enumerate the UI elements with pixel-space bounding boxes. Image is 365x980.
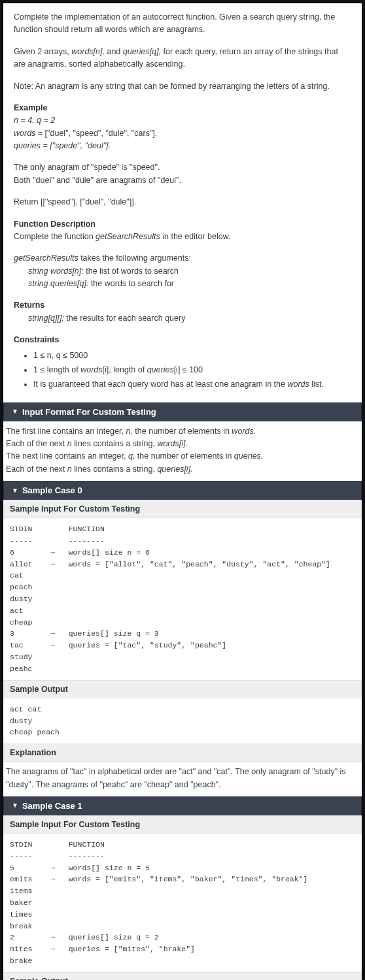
sample-case-1-header[interactable]: ▼ Sample Case 1 <box>3 796 362 815</box>
text: Each of the next <box>6 439 67 448</box>
text: lines contains a string, <box>72 465 158 474</box>
intro-paragraph-2: Given 2 arrays, words[n], and queries[q]… <box>14 46 351 71</box>
text: Complete the function <box>14 232 96 241</box>
text: [i] ≤ 100 <box>174 365 203 374</box>
text: [i], length of <box>103 365 147 374</box>
constraint-item: 1 ≤ length of words[i], length of querie… <box>33 364 351 376</box>
text: words. <box>232 427 256 436</box>
text: string[q][]: <box>28 314 64 323</box>
returns-line: string[q][]: the results for each search… <box>14 312 351 325</box>
sample-output-heading: Sample Output <box>3 680 362 698</box>
example-p3: Return [["speed"], ["duel", "dule"]]. <box>14 196 351 208</box>
text: Given 2 arrays, <box>14 47 71 56</box>
text: The first line contains an integer, <box>6 427 126 436</box>
text: queries[i]. <box>157 465 192 474</box>
intro-paragraph-1: Complete the implementation of an autoco… <box>14 11 351 37</box>
chevron-down-icon: ▼ <box>12 408 18 415</box>
constraint-item: It is guaranteed that each query word ha… <box>33 378 351 391</box>
function-arg-2: string queries[q]: the words to search f… <box>14 278 351 290</box>
text: words <box>80 365 102 374</box>
sample-case-1-title: Sample Case 1 <box>22 801 82 811</box>
text: Each of the next <box>6 465 67 474</box>
text: 1 ≤ length of <box>33 365 80 374</box>
constraint-item: 1 ≤ n, q ≤ 5000 <box>33 350 351 362</box>
chevron-down-icon: ▼ <box>12 487 18 494</box>
text: getSearchResults <box>14 253 78 263</box>
text: lines contains a string, <box>72 439 158 448</box>
input-format-header[interactable]: ▼ Input Format For Custom Testing <box>3 402 362 421</box>
text: It is guaranteed that each query word ha… <box>33 380 287 389</box>
text: and <box>105 47 123 56</box>
text: words[n], <box>71 47 105 56</box>
sample-input-heading: Sample Input For Custom Testing <box>3 500 362 518</box>
text: the number of elements in <box>135 451 234 461</box>
sample-case-0-title: Sample Case 0 <box>22 485 82 495</box>
sample-output-heading: Sample Output <box>3 972 362 980</box>
chevron-down-icon: ▼ <box>12 802 18 809</box>
function-description-heading: Function Description <box>14 218 351 231</box>
example-heading: Example <box>14 102 351 114</box>
text: list. <box>309 380 324 389</box>
sample-case-0-header[interactable]: ▼ Sample Case 0 <box>3 481 362 500</box>
text: words[i]. <box>157 439 188 448</box>
text: queries. <box>234 451 263 461</box>
text: the results for each search query <box>64 314 186 323</box>
example-line-1: n = 4, q = 2 <box>14 114 351 127</box>
problem-statement: Complete the implementation of an autoco… <box>3 3 362 402</box>
input-format-line: Each of the next n lines contains a stri… <box>6 463 359 476</box>
text: string queries[q]: <box>28 279 88 288</box>
text: n, <box>126 427 132 436</box>
text: q, <box>128 451 135 461</box>
example-line-3: queries = ["spede", "deul"]. <box>14 140 351 152</box>
text: n <box>67 465 72 474</box>
returns-heading: Returns <box>14 299 351 312</box>
input-format-line: Each of the next n lines contains a stri… <box>6 438 359 450</box>
text: words <box>287 380 309 389</box>
text: takes the following arguments: <box>78 253 191 263</box>
text: the list of words to search <box>84 267 179 276</box>
example-p1: The only anagram of "spede" is "speed". <box>14 161 351 174</box>
text: the number of elements in <box>133 427 232 436</box>
text: ["duel", "speed", "dule", "cars"], <box>43 129 157 138</box>
sample-output-block: act cat dusty cheap peach <box>3 698 362 743</box>
text: words = <box>14 129 43 138</box>
text: autocorrect <box>143 12 184 22</box>
text: in the editor below. <box>160 232 231 241</box>
text: Complete the implementation of an <box>14 12 143 22</box>
explanation-body: The anagrams of "tac" in alphabetical or… <box>3 762 362 796</box>
input-format-line: The next line contains an integer, q, th… <box>6 450 359 463</box>
constraints-list: 1 ≤ n, q ≤ 5000 1 ≤ length of words[i], … <box>14 350 351 391</box>
function-signature-line: getSearchResults takes the following arg… <box>14 252 351 265</box>
text: queries[q], <box>123 47 161 56</box>
input-format-title: Input Format For Custom Testing <box>22 407 156 417</box>
function-description-line: Complete the function getSearchResults i… <box>14 231 351 243</box>
example-p2: Both "duel" and "dule" are anagrams of "… <box>14 174 351 187</box>
input-format-line: The first line contains an integer, n, t… <box>6 425 359 438</box>
text: the words to search for <box>88 279 174 288</box>
constraints-heading: Constraints <box>14 334 351 346</box>
sample-input-block: STDIN FUNCTION ----- -------- 6 → words[… <box>3 518 362 680</box>
input-format-body: The first line contains an integer, n, t… <box>3 421 362 482</box>
text: The next line contains an integer, <box>6 451 128 461</box>
text: getSearchResults <box>96 232 160 241</box>
text: string words[n]: <box>28 267 84 276</box>
intro-paragraph-3: Note: An anagram is any string that can … <box>14 80 351 93</box>
explanation-heading: Explanation <box>3 743 362 762</box>
problem-page: Complete the implementation of an autoco… <box>3 3 362 980</box>
text: queries <box>147 365 174 374</box>
sample-input-heading: Sample Input For Custom Testing <box>3 815 362 834</box>
example-line-2: words = ["duel", "speed", "dule", "cars"… <box>14 127 351 140</box>
text: n <box>67 439 72 448</box>
sample-input-block: STDIN FUNCTION ----- -------- 5 → words[… <box>3 834 362 972</box>
function-arg-1: string words[n]: the list of words to se… <box>14 265 351 278</box>
